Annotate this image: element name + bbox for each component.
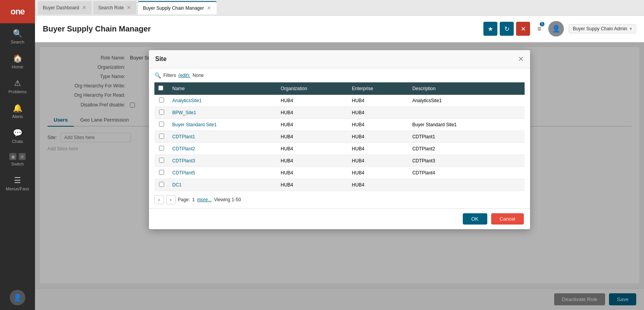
col-header-description: Description — [408, 82, 517, 95]
modal-overlay: Site ✕ 🔍 Filters (edit): None — [35, 42, 644, 310]
sidebar-item-chats[interactable]: 💬 Chats — [0, 123, 35, 148]
row-org-4: HUB4 — [277, 143, 348, 155]
row-name-5: CDTPlant3 — [168, 155, 277, 167]
row-name-link-7[interactable]: DC1 — [172, 182, 182, 188]
header-icons: ★ ↻ ✕ — [483, 22, 530, 36]
sidebar-item-label-switch: Switch — [11, 162, 24, 166]
row-name-link-1[interactable]: BPW_Site1 — [172, 110, 196, 115]
table-row: DP_New_01 HUB4 HUB4 DPStore1 — [154, 191, 525, 192]
sidebar-item-label-menus: Menus/Favs — [6, 186, 29, 191]
user-dropdown[interactable]: Buyer Suppy Chain Admin ▾ — [569, 24, 636, 33]
viewing-label: Viewing 1-50 — [214, 197, 241, 202]
tab-close-buyer-dashboard[interactable]: ✕ — [81, 5, 87, 10]
row-description-7 — [408, 179, 517, 191]
sites-table: Name Organization Enterprise Description — [154, 82, 525, 191]
tab-label-buyer-supply-chain: Buyer Supply Chain Manager — [143, 5, 204, 11]
row-spacer-0 — [517, 95, 525, 107]
row-spacer-8 — [517, 191, 525, 192]
row-spacer-6 — [517, 167, 525, 179]
filter-search-icon: 🔍 — [154, 72, 161, 78]
row-checkbox-cell — [154, 191, 168, 192]
row-org-1: HUB4 — [277, 107, 348, 119]
more-pages-link[interactable]: more... — [197, 197, 212, 202]
row-spacer-4 — [517, 143, 525, 155]
bell-icon: 🔔 — [13, 103, 23, 113]
row-description-5: CDTPlant3 — [408, 155, 517, 167]
page-label: Page: — [178, 197, 190, 202]
modal-title: Site — [155, 56, 166, 63]
table-wrapper: Name Organization Enterprise Description — [154, 82, 525, 191]
tab-buyer-dashboard[interactable]: Buyer Dashboard ✕ — [38, 1, 92, 14]
row-checkbox-5[interactable] — [159, 158, 164, 163]
next-page-button[interactable]: › — [166, 195, 175, 204]
cancel-button[interactable]: Cancel — [491, 213, 524, 225]
user-name: Buyer Suppy Chain Admin — [573, 26, 627, 31]
row-checkbox-1[interactable] — [159, 110, 164, 115]
sidebar-item-menus[interactable]: ☰ Menus/Favs — [0, 170, 35, 195]
row-enterprise-3: HUB4 — [348, 131, 408, 143]
switch-icon-a: ▣ — [9, 153, 16, 160]
sidebar-item-problems[interactable]: ⚠ Problems — [0, 73, 35, 98]
table-row: CDTPlant3 HUB4 HUB4 CDTPlant3 — [154, 155, 525, 167]
row-checkbox-cell — [154, 179, 168, 191]
app-logo[interactable]: one — [0, 0, 35, 23]
sidebar-avatar[interactable]: 👤 — [10, 290, 25, 305]
favorite-button[interactable]: ★ — [483, 22, 497, 36]
row-checkbox-cell — [154, 95, 168, 107]
row-checkbox-0[interactable] — [159, 98, 164, 103]
row-org-0: HUB4 — [277, 95, 348, 107]
row-name-0: AnalyticsSite1 — [168, 95, 277, 107]
table-scroll-area[interactable]: Name Organization Enterprise Description — [154, 82, 525, 191]
header-menu: ≡ 5 — [535, 23, 544, 35]
table-body: AnalyticsSite1 HUB4 HUB4 AnalyticsSite1 … — [154, 95, 525, 191]
table-row: AnalyticsSite1 HUB4 HUB4 AnalyticsSite1 — [154, 95, 525, 107]
sidebar-item-search[interactable]: 🔍 Search — [0, 23, 35, 48]
row-name-link-5[interactable]: CDTPlant3 — [172, 158, 195, 164]
header-right: ★ ↻ ✕ ≡ 5 👤 Buyer Suppy Chain Admin ▾ — [483, 21, 636, 37]
site-modal: Site ✕ 🔍 Filters (edit): None — [149, 50, 530, 229]
table-row: CDTPlant5 HUB4 HUB4 CDTPlant4 — [154, 167, 525, 179]
row-enterprise-2: HUB4 — [348, 119, 408, 131]
close-page-button[interactable]: ✕ — [516, 22, 530, 36]
row-checkbox-cell — [154, 155, 168, 167]
row-name-link-2[interactable]: Buyer Standard Site1 — [172, 122, 217, 127]
row-name-link-0[interactable]: AnalyticsSite1 — [172, 98, 201, 103]
row-name-link-4[interactable]: CDTPlant2 — [172, 146, 195, 152]
sidebar-item-alerts[interactable]: 🔔 Alerts — [0, 98, 35, 123]
sidebar-item-home[interactable]: 🏠 Home — [0, 48, 35, 73]
row-checkbox-7[interactable] — [159, 182, 164, 187]
search-icon: 🔍 — [13, 29, 23, 38]
row-checkbox-2[interactable] — [159, 122, 164, 127]
row-enterprise-4: HUB4 — [348, 143, 408, 155]
row-description-1 — [408, 107, 517, 119]
row-name-link-3[interactable]: CDTPlant1 — [172, 134, 195, 139]
tab-label-buyer-dashboard: Buyer Dashboard — [43, 5, 79, 10]
filter-edit-link[interactable]: (edit): — [178, 73, 191, 78]
row-checkbox-6[interactable] — [159, 170, 164, 175]
page-header: Buyer Supply Chain Manager ★ ↻ ✕ ≡ 5 👤 B… — [35, 16, 644, 42]
modal-footer: OK Cancel — [149, 208, 530, 229]
row-spacer-5 — [517, 155, 525, 167]
modal-pagination: ‹ › Page: 1 more... Viewing 1-50 — [154, 191, 525, 204]
prev-page-button[interactable]: ‹ — [154, 195, 164, 204]
row-checkbox-cell — [154, 167, 168, 179]
chat-icon: 💬 — [13, 128, 23, 138]
row-checkbox-3[interactable] — [159, 134, 164, 139]
tab-close-buyer-supply-chain[interactable]: ✕ — [206, 5, 212, 10]
modal-filter-bar: 🔍 Filters (edit): None — [154, 72, 525, 78]
sidebar-item-switch[interactable]: ▣ ⊞ Switch — [0, 148, 35, 170]
ok-button[interactable]: OK — [463, 213, 487, 225]
refresh-button[interactable]: ↻ — [500, 22, 514, 36]
row-name-link-6[interactable]: CDTPlant5 — [172, 170, 195, 176]
row-org-3: HUB4 — [277, 131, 348, 143]
modal-close-button[interactable]: ✕ — [518, 55, 524, 63]
row-name-1: BPW_Site1 — [168, 107, 277, 119]
row-checkbox-4[interactable] — [159, 146, 164, 151]
row-name-3: CDTPlant1 — [168, 131, 277, 143]
avatar-icon: 👤 — [13, 293, 22, 302]
tab-close-search-role[interactable]: ✕ — [126, 5, 132, 10]
tab-buyer-supply-chain[interactable]: Buyer Supply Chain Manager ✕ — [138, 1, 217, 14]
tab-search-role[interactable]: Search Role ✕ — [93, 1, 136, 14]
row-enterprise-0: HUB4 — [348, 95, 408, 107]
select-all-checkbox[interactable] — [158, 85, 163, 91]
